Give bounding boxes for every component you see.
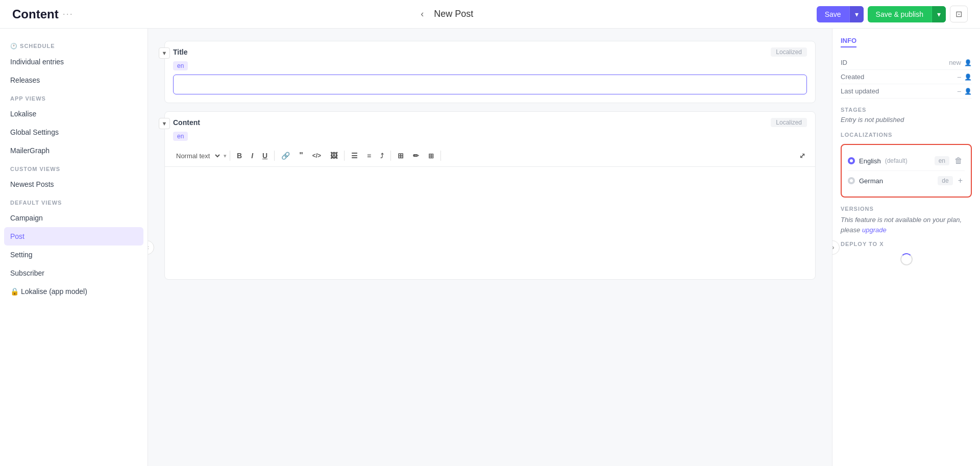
title-collapse-arrow[interactable]: ▼ (159, 47, 170, 59)
table-button[interactable]: ⊞ (394, 150, 407, 162)
title-field-header: Title Localized (165, 41, 815, 61)
locale-delete-button-english[interactable]: 🗑 (952, 155, 965, 166)
localization-left-german: German (848, 177, 887, 185)
rich-content-area[interactable] (165, 167, 815, 279)
underline-button[interactable]: U (259, 150, 271, 162)
created-label: Created (841, 73, 864, 81)
locale-dot-inner-german (850, 179, 853, 182)
italic-button[interactable]: I (248, 150, 257, 162)
text-format-select[interactable]: Normal text (171, 150, 222, 162)
save-publish-button[interactable]: Save & publish ▾ (868, 6, 946, 22)
title-lang-tag: en (173, 61, 188, 70)
embed-button[interactable]: ⤴ (377, 150, 387, 162)
info-row-id: ID new 👤 (841, 56, 972, 70)
info-row-created: Created – 👤 (841, 70, 972, 84)
link-button[interactable]: 🔗 (278, 150, 293, 162)
sidebar-item-campaign[interactable]: Campaign (0, 209, 148, 227)
sidebar-item-lokalise[interactable]: Lokalise (0, 105, 148, 123)
schedule-section-label: 🕐 SCHEDULE (0, 37, 148, 53)
image-button[interactable]: 🖼 (327, 150, 341, 162)
stages-section-title: STAGES (841, 107, 972, 113)
header-center: ‹ New Post (416, 7, 473, 21)
collapse-left-button[interactable]: « (148, 240, 154, 255)
deploy-section-title: DEPLOY TO X (841, 241, 972, 247)
versions-section-title: VERSIONS (841, 206, 972, 212)
bullet-list-button[interactable]: ☰ (348, 150, 361, 162)
save-dropdown-arrow[interactable]: ▾ (849, 6, 864, 22)
right-panel: » INFO ID new 👤 Created – 👤 Last updated… (832, 29, 980, 466)
localization-right-english: en 🗑 (935, 155, 965, 166)
page-title: New Post (434, 9, 473, 19)
sidebar-item-newest-posts[interactable]: Newest Posts (0, 175, 148, 193)
save-publish-label: Save & publish (868, 6, 932, 22)
updated-label: Last updated (841, 87, 879, 95)
grid-button[interactable]: ⊞ (425, 150, 437, 162)
user-icon-updated: 👤 (964, 88, 972, 95)
right-tabs: INFO (841, 37, 972, 47)
save-label: Save (817, 6, 849, 22)
localization-left-english: English (default) (848, 157, 908, 165)
publish-dropdown-arrow[interactable]: ▾ (932, 6, 946, 22)
title-field-block: ▼ Title Localized en (164, 41, 816, 103)
sidebar: 🕐 SCHEDULE Individual entries Releases A… (0, 29, 148, 466)
header-more-icon[interactable]: ··· (63, 9, 74, 19)
localization-row-english: English (default) en 🗑 (848, 151, 965, 171)
localization-row-german: German de + (848, 171, 965, 190)
content-panel: « ▼ Title Localized en ▼ Content Localiz… (148, 29, 832, 466)
locale-name-english: English (859, 157, 881, 165)
created-value: – 👤 (958, 73, 972, 81)
locale-default-tag-english: (default) (885, 157, 908, 164)
id-value: new 👤 (949, 59, 972, 66)
sidebar-item-mailergraph[interactable]: MailerGraph (0, 141, 148, 160)
fullscreen-button[interactable]: ⤢ (796, 150, 809, 162)
header-left: Content ··· (12, 7, 74, 21)
locale-active-dot-german (848, 177, 855, 184)
rich-text-toolbar: Normal text ▾ B I U 🔗 " </> 🖼 ☰ ≡ ⤴ ⊞ ✏ … (165, 145, 815, 167)
updated-value: – 👤 (958, 87, 972, 95)
locale-active-dot-english (848, 157, 855, 164)
content-lang-tag: en (173, 132, 188, 141)
sidebar-item-releases[interactable]: Releases (0, 71, 148, 89)
title-input[interactable] (173, 75, 807, 94)
sidebar-item-lokalise-app[interactable]: 🔒 Lokalise (app model) (0, 282, 148, 301)
title-field-label: Title (173, 48, 188, 56)
code-inline-button[interactable]: </> (309, 150, 325, 161)
upgrade-link[interactable]: upgrade (862, 226, 887, 234)
toolbar-divider-2 (274, 151, 275, 161)
back-button[interactable]: ‹ (416, 7, 428, 21)
app-title: Content (12, 7, 59, 21)
user-icon-id: 👤 (964, 59, 972, 66)
locale-name-german: German (859, 177, 883, 185)
toolbar-divider-3 (344, 151, 345, 161)
sidebar-item-setting[interactable]: Setting (0, 246, 148, 264)
quote-button[interactable]: " (296, 149, 307, 162)
sidebar-item-individual-entries[interactable]: Individual entries (0, 53, 148, 71)
main-layout: 🕐 SCHEDULE Individual entries Releases A… (0, 29, 980, 466)
stage-status-text: Entry is not published (841, 116, 972, 124)
toolbar-divider-5 (440, 151, 441, 161)
header: Content ··· ‹ New Post Save ▾ Save & pub… (0, 0, 980, 29)
content-field-header: Content Localized (165, 112, 815, 131)
chevron-down-icon: ▾ (224, 153, 227, 159)
ordered-list-button[interactable]: ≡ (363, 150, 375, 162)
id-label: ID (841, 59, 847, 66)
toolbar-divider-1 (230, 151, 230, 161)
locale-dot-inner-english (850, 159, 853, 162)
versions-description: This feature is not available on your pl… (841, 215, 972, 235)
locale-add-button-german[interactable]: + (956, 175, 965, 186)
locale-code-german: de (938, 176, 952, 185)
save-button[interactable]: Save ▾ (817, 6, 864, 22)
sidebar-item-global-settings[interactable]: Global Settings (0, 123, 148, 141)
tab-info[interactable]: INFO (841, 37, 856, 47)
bold-button[interactable]: B (233, 150, 246, 162)
deploy-spinner (900, 253, 913, 265)
content-collapse-arrow[interactable]: ▼ (159, 118, 170, 129)
collapse-right-button[interactable]: » (832, 240, 840, 255)
header-right: Save ▾ Save & publish ▾ ⊡ (817, 6, 968, 22)
sidebar-item-subscriber[interactable]: Subscriber (0, 264, 148, 282)
info-row-updated: Last updated – 👤 (841, 84, 972, 99)
preview-button[interactable]: ⊡ (950, 6, 968, 22)
app-views-section-label: APP VIEWS (0, 89, 148, 105)
pen-button[interactable]: ✏ (409, 150, 423, 162)
sidebar-item-post[interactable]: Post (4, 227, 143, 246)
